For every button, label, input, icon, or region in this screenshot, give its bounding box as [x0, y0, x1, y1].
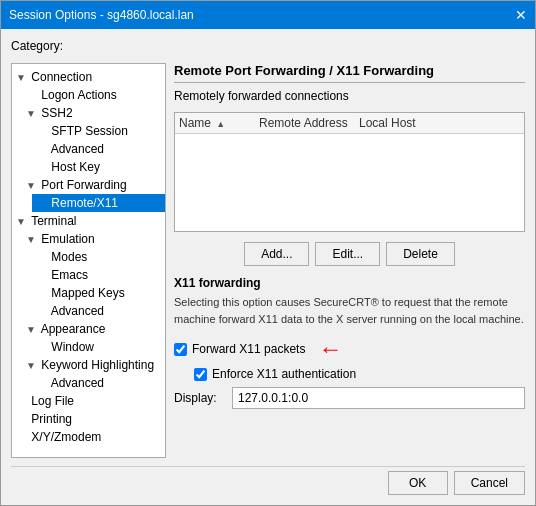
edit-button[interactable]: Edit...	[315, 242, 380, 266]
sidebar-item-sftp[interactable]: SFTP Session	[32, 122, 165, 140]
close-button[interactable]: ✕	[515, 7, 527, 23]
panel-title: Remote Port Forwarding / X11 Forwarding	[174, 63, 525, 83]
sidebar-item-remote-x11[interactable]: Remote/X11	[32, 194, 165, 212]
sidebar-item-emulation[interactable]: ▼ Emulation	[22, 230, 165, 248]
sidebar-item-kh-advanced[interactable]: Advanced	[32, 374, 165, 392]
emulation-group: Modes Emacs Mapped Keys Advanced	[22, 248, 165, 320]
sidebar-item-emacs[interactable]: Emacs	[32, 266, 165, 284]
forward-x11-checkbox[interactable]	[174, 343, 187, 356]
cancel-button[interactable]: Cancel	[454, 471, 525, 495]
enforce-x11-checkbox[interactable]	[194, 368, 207, 381]
expander-icon: ▼	[26, 360, 38, 371]
category-label: Category:	[11, 39, 525, 53]
connections-table: Name ▲ Remote Address Local Host	[174, 112, 525, 232]
col-local-host: Local Host	[359, 116, 520, 130]
expander-icon: ▼	[16, 216, 28, 227]
sort-arrow-icon: ▲	[216, 119, 225, 129]
x11-description: Selecting this option causes SecureCRT® …	[174, 294, 525, 327]
kh-group: Advanced	[22, 374, 165, 392]
x11-title: X11 forwarding	[174, 276, 525, 290]
display-row: Display:	[174, 387, 525, 409]
sidebar-item-keyword-highlighting[interactable]: ▼ Keyword Highlighting	[22, 356, 165, 374]
sidebar-tree: ▼ Connection Logon Actions ▼ SSH2	[11, 63, 166, 458]
x11-section: X11 forwarding Selecting this option cau…	[174, 276, 525, 409]
forward-x11-label: Forward X11 packets	[192, 342, 305, 356]
add-button[interactable]: Add...	[244, 242, 309, 266]
window-title: Session Options - sg4860.local.lan	[9, 8, 194, 22]
forward-x11-row: Forward X11 packets ←	[174, 335, 525, 363]
title-bar: Session Options - sg4860.local.lan ✕	[1, 1, 535, 29]
sidebar-item-terminal-advanced[interactable]: Advanced	[32, 302, 165, 320]
port-forwarding-group: Remote/X11	[22, 194, 165, 212]
appearance-group: Window	[22, 338, 165, 356]
terminal-group: ▼ Emulation Modes Emacs	[12, 230, 165, 392]
connection-group: Logon Actions ▼ SSH2 SFTP Session	[12, 86, 165, 212]
table-buttons: Add... Edit... Delete	[174, 242, 525, 266]
expander-icon: ▼	[26, 234, 38, 245]
sidebar-item-xyz[interactable]: X/Y/Zmodem	[12, 428, 165, 446]
expander-icon: ▼	[26, 180, 38, 191]
sidebar-item-mapped-keys[interactable]: Mapped Keys	[32, 284, 165, 302]
footer-buttons: OK Cancel	[11, 466, 525, 495]
window-content: Category: ▼ Connection Logon Actions ▼ S…	[1, 29, 535, 505]
display-input[interactable]	[232, 387, 525, 409]
col-name: Name ▲	[179, 116, 259, 130]
sidebar-item-ssh2[interactable]: ▼ SSH2	[22, 104, 165, 122]
ok-button[interactable]: OK	[388, 471, 448, 495]
sidebar-item-modes[interactable]: Modes	[32, 248, 165, 266]
delete-button[interactable]: Delete	[386, 242, 455, 266]
right-panel: Remote Port Forwarding / X11 Forwarding …	[174, 63, 525, 458]
sidebar-item-port-forwarding[interactable]: ▼ Port Forwarding	[22, 176, 165, 194]
arrow-icon: ←	[318, 335, 342, 363]
table-header: Name ▲ Remote Address Local Host	[175, 113, 524, 134]
expander-icon: ▼	[26, 324, 38, 335]
sidebar-item-logon-actions[interactable]: Logon Actions	[22, 86, 165, 104]
connections-label: Remotely forwarded connections	[174, 89, 525, 103]
sidebar-item-host-key[interactable]: Host Key	[32, 158, 165, 176]
sidebar-item-window[interactable]: Window	[32, 338, 165, 356]
sidebar-item-appearance[interactable]: ▼ Appearance	[22, 320, 165, 338]
sidebar-item-terminal[interactable]: ▼ Terminal	[12, 212, 165, 230]
expander-icon: ▼	[26, 108, 38, 119]
enforce-x11-row: Enforce X11 authentication	[194, 367, 525, 381]
ssh2-group: SFTP Session Advanced Host Key	[22, 122, 165, 176]
sidebar-item-printing[interactable]: Printing	[12, 410, 165, 428]
display-label: Display:	[174, 391, 224, 405]
session-options-window: Session Options - sg4860.local.lan ✕ Cat…	[0, 0, 536, 506]
expander-icon: ▼	[16, 72, 28, 83]
sidebar-item-connection[interactable]: ▼ Connection	[12, 68, 165, 86]
sidebar-item-log-file[interactable]: Log File	[12, 392, 165, 410]
sidebar-item-advanced[interactable]: Advanced	[32, 140, 165, 158]
enforce-x11-label: Enforce X11 authentication	[212, 367, 356, 381]
col-remote-address: Remote Address	[259, 116, 359, 130]
main-area: ▼ Connection Logon Actions ▼ SSH2	[11, 63, 525, 458]
